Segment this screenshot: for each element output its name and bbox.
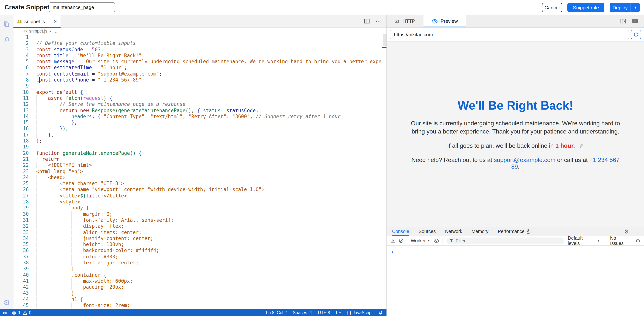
code-line[interactable]: 8const contactPhone = "+1 234 567 89"; [14, 77, 382, 83]
code-line[interactable]: 16 }); [14, 126, 382, 132]
bell-icon[interactable] [379, 310, 383, 315]
code-line[interactable]: 19 [14, 144, 382, 150]
discord-icon[interactable] [632, 19, 638, 24]
problems-indicator[interactable]: 0 0 [12, 310, 32, 315]
refresh-button[interactable] [631, 30, 641, 39]
line-number: 28 [14, 199, 29, 205]
tab-snippet-js[interactable]: JS snippet.js × [14, 15, 61, 28]
code-line[interactable]: 11 async fetch(request) { [14, 95, 382, 102]
code-line[interactable]: 5const message = "Our site is currently … [14, 59, 382, 65]
breadcrumb[interactable]: JS snippet.js › … [14, 28, 386, 35]
devtools-tab-memory[interactable]: Memory [472, 227, 488, 236]
devtools-tab-performance[interactable]: Performance [498, 227, 530, 236]
search-icon[interactable] [0, 34, 14, 46]
code-line[interactable]: 21 return ` [14, 156, 382, 162]
deploy-dropdown-caret[interactable]: ▼ [630, 3, 640, 12]
code-line[interactable]: 18}; [14, 138, 382, 144]
indentation-setting[interactable]: Spaces: 4 [293, 310, 312, 315]
code-line[interactable]: 28 <style> [14, 199, 382, 205]
contact-mid: or call us at [556, 157, 589, 163]
preview-url-input[interactable] [390, 30, 629, 39]
code-line[interactable]: 40 .container { [14, 272, 382, 278]
editor-scrollbar[interactable] [382, 35, 386, 309]
code-line[interactable]: 32 display: flex; [14, 223, 382, 229]
code-lines: 12// Define your customizable inputs3con… [14, 35, 382, 309]
scrollbar-thumb[interactable] [383, 35, 386, 46]
code-line[interactable]: 14 headers: { "Content-Type": "text/html… [14, 114, 382, 120]
code-line[interactable]: 4const title = "We'll Be Right Back!"; [14, 53, 382, 59]
code-line[interactable]: 10export default { [14, 89, 382, 95]
code-line[interactable]: 24 <head> [14, 175, 382, 181]
code-line[interactable]: 20function generateMaintenancePage() { [14, 150, 382, 156]
log-levels-dropdown[interactable]: Default levels ▼ [568, 235, 600, 246]
code-line[interactable]: 6const estimatedTime = "1 hour"; [14, 65, 382, 71]
devtools-tab-console[interactable]: Console [392, 227, 409, 236]
console-settings-gear-icon[interactable]: ⚙ [636, 238, 640, 244]
code-line[interactable]: 23<html lang="en"> [14, 168, 382, 175]
snippet-name-input[interactable] [48, 2, 115, 12]
code-line[interactable]: 41 max-width: 600px; [14, 278, 382, 284]
filter-input[interactable] [456, 238, 553, 243]
close-icon[interactable]: × [54, 18, 57, 24]
code-line[interactable]: 35 height: 100vh; [14, 242, 382, 248]
code-line[interactable]: 9 [14, 83, 382, 89]
code-line[interactable]: 42 padding: 20px; [14, 284, 382, 290]
code-line[interactable]: 26 <meta name="viewport" content="width=… [14, 187, 382, 193]
docs-book-icon[interactable] [620, 19, 626, 24]
execution-context-selector[interactable]: Worker ▼ [411, 238, 430, 243]
code-line[interactable]: 38 text-align: center; [14, 260, 382, 266]
code-line[interactable]: 39 } [14, 266, 382, 272]
code-line[interactable]: 27 <title>${title}</title> [14, 193, 382, 199]
tab-http[interactable]: ⇄ HTTP [387, 15, 423, 27]
encoding-setting[interactable]: UTF-8 [318, 310, 330, 315]
cancel-button[interactable]: Cancel [542, 3, 562, 12]
indent-guide [36, 272, 72, 278]
code-line[interactable]: 2// Define your customizable inputs [14, 41, 382, 47]
live-expression-eye-icon[interactable] [434, 238, 439, 243]
deploy-button[interactable]: Deploy [610, 3, 630, 12]
code-line[interactable]: 31 font-family: Arial, sans-serif; [14, 217, 382, 223]
more-actions-icon[interactable]: ⋯ [376, 18, 381, 24]
console-output[interactable]: › [387, 246, 644, 316]
devtools-settings-gear-icon[interactable]: ⚙ [624, 228, 629, 234]
clear-console-icon[interactable] [399, 238, 404, 243]
code-line[interactable]: 44 h1 { [14, 296, 382, 303]
kebab-icon[interactable]: ⋮ [635, 229, 640, 234]
settings-gear-icon[interactable]: ⚙ [0, 296, 14, 309]
tab-preview[interactable]: Preview [423, 15, 466, 27]
code-line[interactable]: 33 align-items: center; [14, 229, 382, 236]
cursor-position[interactable]: Ln 8, Col 2 [266, 310, 287, 315]
devtools-tab-sources[interactable]: Sources [418, 227, 436, 236]
snippet-rule-button[interactable]: Snippet rule [568, 3, 604, 12]
code-line[interactable]: 15 }, [14, 120, 382, 126]
eol-setting[interactable]: LF [336, 310, 341, 315]
breadcrumb-file: snippet.js [29, 29, 47, 33]
code-line[interactable]: 17 }, [14, 132, 382, 138]
code-line[interactable]: 3const statusCode = 503; [14, 47, 382, 53]
indent-guide [36, 175, 48, 180]
code-line[interactable]: 7const contactEmail = "support@example.c… [14, 71, 382, 77]
support-email-link[interactable]: support@example.com [494, 157, 556, 163]
code-editor[interactable]: 12// Define your customizable inputs3con… [14, 35, 382, 309]
line-number: 12 [14, 102, 29, 108]
language-mode[interactable]: { } JavaScript [347, 310, 373, 315]
code-line[interactable]: 13 return new Response(generateMaintenan… [14, 108, 382, 114]
toggle-console-sidebar-icon[interactable] [390, 238, 396, 243]
devtools-tab-network[interactable]: Network [445, 227, 462, 236]
code-line[interactable]: 25 <meta charset="UTF-8"> [14, 181, 382, 187]
indent-guide [36, 211, 83, 217]
code-line[interactable]: 12 // Serve the maintenance page as a re… [14, 102, 382, 108]
remote-icon[interactable]: >< [3, 310, 6, 315]
copy-icon[interactable] [0, 18, 14, 31]
code-line[interactable]: 45 font-size: 2rem; [14, 302, 382, 309]
split-editor-icon[interactable] [364, 19, 370, 24]
code-line[interactable]: 36 background-color: #f4f4f4; [14, 248, 382, 254]
code-line[interactable]: 34 justify-content: center; [14, 236, 382, 242]
code-line[interactable]: 29 body { [14, 205, 382, 211]
issues-counter[interactable]: No Issues [610, 235, 631, 246]
code-line[interactable]: 37 color: #333; [14, 254, 382, 260]
code-line[interactable]: 30 margin: 0; [14, 211, 382, 217]
code-line[interactable]: 1 [14, 35, 382, 41]
code-line[interactable]: 43 } [14, 290, 382, 296]
code-line[interactable]: 22 <!DOCTYPE html> [14, 162, 382, 168]
